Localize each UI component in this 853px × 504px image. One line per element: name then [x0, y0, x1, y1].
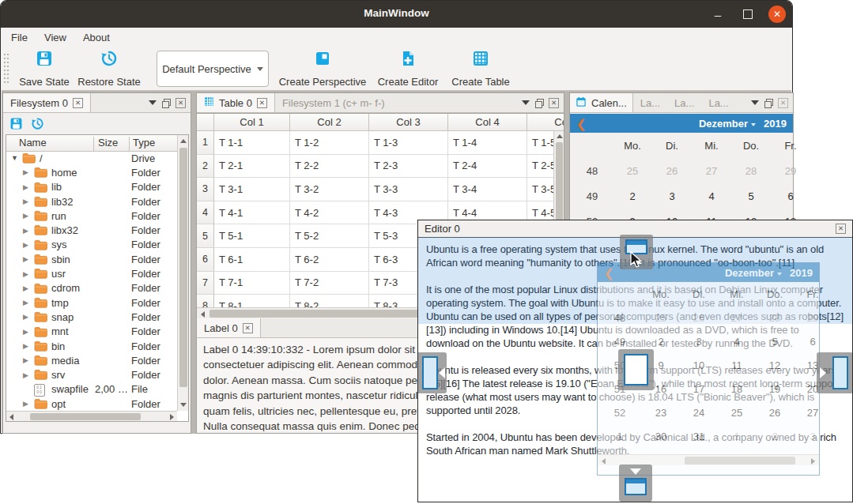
row-header[interactable]: 2 [197, 155, 214, 179]
column-type[interactable]: Type [133, 137, 155, 149]
undock-icon[interactable] [764, 99, 772, 107]
caret-collapsed-icon[interactable]: ▶ [23, 270, 28, 278]
menu-about[interactable]: About [76, 29, 117, 46]
table-column-header[interactable]: Col 4 [448, 114, 527, 131]
tree-vscrollbar[interactable] [177, 135, 188, 411]
tree-row[interactable]: ▶sysFolder [6, 238, 177, 252]
table-cell[interactable]: T 8-1 [214, 295, 290, 307]
panel-close-icon[interactable]: ✕ [549, 98, 559, 108]
tab-label-2[interactable]: La... [667, 93, 701, 112]
table-cell[interactable]: T 1-5 [527, 131, 553, 155]
history-icon[interactable] [31, 117, 44, 133]
tab-menu-icon[interactable] [149, 100, 157, 105]
table-cell[interactable]: T 4-2 [290, 201, 369, 225]
table-cell[interactable]: T 2-1 [214, 155, 290, 179]
caret-expanded-icon[interactable]: ▼ [11, 154, 18, 162]
calendar-day[interactable]: 2 [613, 183, 652, 209]
column-name[interactable]: Name [19, 137, 47, 149]
table-column-header[interactable]: Col 5 [527, 114, 564, 131]
caret-collapsed-icon[interactable]: ▶ [23, 299, 28, 307]
tab-label-1[interactable]: La... [633, 93, 667, 112]
table-cell[interactable]: T 6-1 [214, 248, 290, 272]
tree-row[interactable]: ▶lib32Folder [6, 194, 177, 209]
tab-filesystem-0[interactable]: Filesystem 0 ✕ [3, 93, 91, 112]
dock-indicator-bottom[interactable] [619, 465, 652, 502]
editor-close-icon[interactable]: ✕ [836, 224, 846, 234]
panel-close-icon[interactable]: ✕ [778, 98, 788, 108]
dock-indicator-left[interactable] [417, 352, 447, 393]
caret-collapsed-icon[interactable]: ▶ [23, 400, 28, 408]
maximize-button[interactable] [738, 5, 757, 24]
row-header[interactable]: 8 [197, 295, 214, 307]
caret-collapsed-icon[interactable]: ▶ [23, 227, 28, 235]
tab-close-icon[interactable]: ✕ [73, 98, 83, 108]
calendar-month[interactable]: Dezember [699, 118, 748, 130]
tab-table-0[interactable]: Table 0 ✕ [197, 93, 275, 112]
calendar-day[interactable]: 29 [771, 158, 810, 183]
table-cell[interactable]: T 8-2 [290, 295, 369, 307]
undock-icon[interactable] [535, 99, 543, 107]
row-header[interactable]: 1 [197, 131, 214, 155]
row-header[interactable]: 4 [197, 201, 214, 225]
table-cell[interactable]: T 2-3 [369, 155, 448, 179]
table-cell[interactable]: T 2-2 [290, 155, 369, 179]
tab-menu-icon[interactable] [751, 100, 759, 105]
caret-collapsed-icon[interactable]: ▶ [23, 328, 28, 336]
table-cell[interactable]: T 5-2 [290, 224, 369, 248]
restore-state-button[interactable]: Restore State [77, 50, 141, 88]
caret-collapsed-icon[interactable]: ▶ [23, 255, 28, 263]
caret-collapsed-icon[interactable]: ▶ [23, 183, 28, 191]
row-header[interactable]: 6 [197, 248, 214, 272]
table-cell[interactable]: T 1-4 [448, 131, 527, 155]
table-cell[interactable]: T 4-1 [214, 201, 290, 225]
tree-row[interactable]: ▶snapFolder [6, 310, 177, 324]
calendar-day[interactable]: 25 [613, 158, 652, 183]
prev-month-icon[interactable]: ❮ [570, 118, 587, 130]
menu-view[interactable]: View [37, 29, 74, 46]
undock-icon[interactable] [162, 99, 170, 107]
tab-close-icon[interactable]: ✕ [243, 323, 253, 333]
tab-menu-icon[interactable] [522, 100, 530, 105]
table-cell[interactable]: T 6-2 [290, 248, 369, 272]
tab-close-icon[interactable]: ✕ [257, 98, 267, 108]
tree-header[interactable]: Name Size Type [6, 135, 188, 152]
toolbar-drag-handle[interactable] [4, 54, 9, 84]
tree-hscrollbar[interactable] [6, 411, 177, 421]
tree-row[interactable]: ▼/Drive [6, 151, 177, 165]
create-table-button[interactable]: Create Table [449, 50, 512, 88]
table-cell[interactable]: T 7-1 [214, 272, 290, 295]
tab-filesystem-1[interactable]: Filesystem 1 (c+ m- f-) [275, 93, 392, 112]
caret-collapsed-icon[interactable]: ▶ [23, 168, 28, 176]
save-state-button[interactable]: Save State [14, 50, 74, 88]
perspective-combobox[interactable]: Default Perspective [157, 51, 269, 87]
calendar-day[interactable]: 26 [652, 158, 692, 183]
calendar-day[interactable]: 3 [652, 183, 692, 209]
table-cell[interactable]: T 2-5 [527, 155, 553, 179]
row-header[interactable]: 7 [197, 272, 214, 295]
table-cell[interactable]: T 2-4 [448, 155, 527, 179]
tab-label-0[interactable]: Label 0 ✕ [197, 318, 261, 337]
caret-collapsed-icon[interactable]: ▶ [23, 356, 28, 364]
table-cell[interactable]: T 1-1 [214, 131, 290, 155]
caret-collapsed-icon[interactable]: ▶ [23, 284, 28, 292]
tree-row[interactable]: ▶binFolder [6, 339, 177, 353]
table-cell[interactable]: T 1-3 [369, 131, 448, 155]
table-column-header[interactable]: Col 3 [369, 114, 448, 131]
tree-row[interactable]: 0100swapfile2,00 …File [6, 382, 177, 397]
titlebar[interactable]: MainWindow – ✕ [1, 1, 792, 28]
panel-close-icon[interactable]: ✕ [176, 98, 186, 108]
tree-row[interactable]: ▶libFolder [6, 180, 177, 194]
tree-row[interactable]: ▶mediaFolder [6, 353, 177, 367]
tree-row[interactable]: ▶tmpFolder [6, 295, 177, 310]
table-cell[interactable]: T 3-2 [290, 178, 369, 201]
table-cell[interactable]: T 7-2 [290, 272, 369, 295]
caret-collapsed-icon[interactable]: ▶ [23, 212, 28, 220]
calendar-day[interactable]: 6 [771, 183, 810, 209]
close-button[interactable]: ✕ [768, 6, 786, 23]
caret-collapsed-icon[interactable]: ▶ [23, 197, 28, 205]
tree-row[interactable]: ▶runFolder [6, 209, 177, 223]
tree-row[interactable]: ▶usrFolder [6, 266, 177, 280]
tree-row[interactable]: ▶homeFolder [6, 165, 177, 179]
save-icon[interactable] [9, 117, 23, 133]
calendar-day[interactable]: 5 [731, 183, 771, 209]
